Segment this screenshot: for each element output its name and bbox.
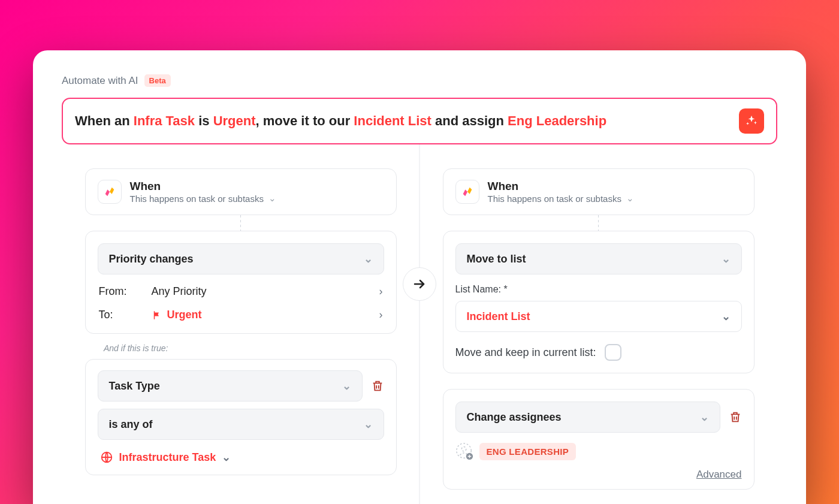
assignee-row[interactable]: ENG LEADERSHIP [455,442,742,460]
advanced-link[interactable]: Advanced [696,469,742,481]
chevron-down-icon: ⌄ [364,252,373,265]
keep-in-list-checkbox[interactable] [605,344,621,361]
priority-to-row[interactable]: To: Urgent › [98,298,384,321]
chevron-down-icon: ⌄ [222,451,231,464]
chevron-down-icon: ⌄ [722,310,731,323]
flag-icon [152,310,162,321]
divider [420,144,420,504]
delete-condition-button[interactable] [371,379,384,393]
when-subtitle[interactable]: This happens on task or subtasks ⌄ [488,193,634,204]
trigger-card: Priority changes ⌄ From: Any Priority › … [85,231,397,334]
arrow-right-icon [412,277,427,291]
chevron-right-icon: › [379,309,383,321]
condition-card: Task Type ⌄ is any of ⌄ Infrastructure T… [85,359,397,475]
condition-operator-select[interactable]: is any of ⌄ [98,409,384,440]
when-title: When [130,180,276,193]
svg-point-3 [461,447,466,452]
condition-value-select[interactable]: Infrastructure Task ⌄ [98,447,384,464]
condition-field-select[interactable]: Task Type ⌄ [98,370,363,402]
action-column: When This happens on task or subtasks ⌄ … [420,168,777,490]
chevron-down-icon: ⌄ [722,252,731,265]
when-card[interactable]: When This happens on task or subtasks ⌄ [85,168,397,215]
list-name-label: List Name: * [455,284,742,295]
list-name-select[interactable]: Incident List ⌄ [455,301,742,332]
trigger-column: When This happens on task or subtasks ⌄ … [62,168,420,490]
action-select[interactable]: Change assignees ⌄ [455,402,720,433]
chevron-down-icon: ⌄ [364,418,373,431]
header-title: Automate with AI [62,75,138,87]
header: Automate with AI Beta [62,74,777,87]
when-card-right[interactable]: When This happens on task or subtasks ⌄ [443,168,755,215]
beta-badge: Beta [144,74,171,87]
chevron-right-icon: › [379,285,383,298]
add-assignee-icon[interactable] [455,442,473,460]
chevron-down-icon: ⌄ [700,411,709,424]
ai-prompt-input[interactable]: When an Infra Task is Urgent, move it to… [62,98,777,144]
trigger-select[interactable]: Priority changes ⌄ [98,243,384,274]
delete-action-button[interactable] [729,411,742,424]
connector [240,215,241,231]
trash-icon [729,411,742,424]
action-move-card: Move to list ⌄ List Name: * Incident Lis… [443,231,755,373]
connector [598,215,599,231]
clickup-icon [455,180,479,204]
priority-from-row[interactable]: From: Any Priority › [98,274,384,298]
keep-in-list-row: Move and keep in current list: [455,344,742,361]
chevron-down-icon: ⌄ [268,193,276,204]
generate-button[interactable] [739,108,764,134]
sparkle-icon [745,114,758,128]
when-title: When [488,180,634,193]
flow-arrow [403,267,436,301]
clickup-icon [98,180,122,204]
assignee-tag[interactable]: ENG LEADERSHIP [479,443,577,460]
when-subtitle[interactable]: This happens on task or subtasks ⌄ [130,193,276,204]
prompt-text: When an Infra Task is Urgent, move it to… [75,113,606,129]
automation-builder-window: Automate with AI Beta When an Infra Task… [33,50,806,504]
chevron-down-icon: ⌄ [626,193,634,204]
chevron-down-icon: ⌄ [342,379,351,393]
condition-intro: And if this is true: [104,343,168,353]
trash-icon [371,379,384,393]
builder-columns: When This happens on task or subtasks ⌄ … [62,168,777,490]
globe-icon [100,451,113,464]
action-select[interactable]: Move to list ⌄ [455,243,742,274]
action-assignees-card: Change assignees ⌄ ENG LEADERSHIP Advanc… [443,389,755,490]
